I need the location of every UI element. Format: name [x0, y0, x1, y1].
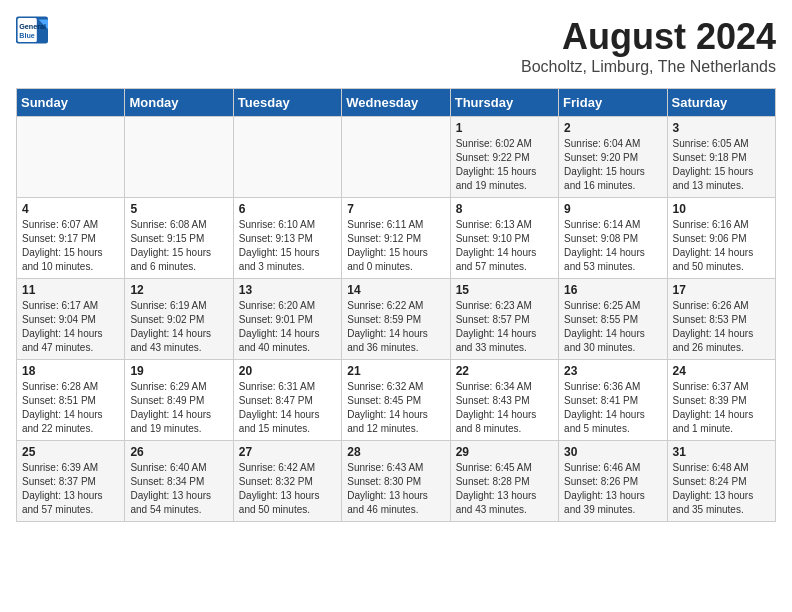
calendar-cell: 3Sunrise: 6:05 AM Sunset: 9:18 PM Daylig…	[667, 117, 775, 198]
calendar-cell: 8Sunrise: 6:13 AM Sunset: 9:10 PM Daylig…	[450, 198, 558, 279]
day-number: 2	[564, 121, 661, 135]
calendar-cell: 25Sunrise: 6:39 AM Sunset: 8:37 PM Dayli…	[17, 441, 125, 522]
day-info: Sunrise: 6:17 AM Sunset: 9:04 PM Dayligh…	[22, 299, 119, 355]
calendar-cell	[17, 117, 125, 198]
calendar-cell: 20Sunrise: 6:31 AM Sunset: 8:47 PM Dayli…	[233, 360, 341, 441]
calendar-cell: 21Sunrise: 6:32 AM Sunset: 8:45 PM Dayli…	[342, 360, 450, 441]
day-info: Sunrise: 6:05 AM Sunset: 9:18 PM Dayligh…	[673, 137, 770, 193]
day-info: Sunrise: 6:48 AM Sunset: 8:24 PM Dayligh…	[673, 461, 770, 517]
main-title: August 2024	[521, 16, 776, 58]
day-number: 26	[130, 445, 227, 459]
calendar-table: SundayMondayTuesdayWednesdayThursdayFrid…	[16, 88, 776, 522]
header-day-friday: Friday	[559, 89, 667, 117]
calendar-cell	[125, 117, 233, 198]
day-info: Sunrise: 6:42 AM Sunset: 8:32 PM Dayligh…	[239, 461, 336, 517]
subtitle: Bocholtz, Limburg, The Netherlands	[521, 58, 776, 76]
header-day-saturday: Saturday	[667, 89, 775, 117]
day-number: 6	[239, 202, 336, 216]
day-number: 14	[347, 283, 444, 297]
day-number: 30	[564, 445, 661, 459]
day-info: Sunrise: 6:13 AM Sunset: 9:10 PM Dayligh…	[456, 218, 553, 274]
week-row-4: 18Sunrise: 6:28 AM Sunset: 8:51 PM Dayli…	[17, 360, 776, 441]
week-row-3: 11Sunrise: 6:17 AM Sunset: 9:04 PM Dayli…	[17, 279, 776, 360]
day-info: Sunrise: 6:07 AM Sunset: 9:17 PM Dayligh…	[22, 218, 119, 274]
week-row-1: 1Sunrise: 6:02 AM Sunset: 9:22 PM Daylig…	[17, 117, 776, 198]
svg-text:Blue: Blue	[19, 31, 35, 40]
day-number: 4	[22, 202, 119, 216]
calendar-cell: 19Sunrise: 6:29 AM Sunset: 8:49 PM Dayli…	[125, 360, 233, 441]
day-info: Sunrise: 6:39 AM Sunset: 8:37 PM Dayligh…	[22, 461, 119, 517]
day-info: Sunrise: 6:22 AM Sunset: 8:59 PM Dayligh…	[347, 299, 444, 355]
calendar-cell: 30Sunrise: 6:46 AM Sunset: 8:26 PM Dayli…	[559, 441, 667, 522]
day-info: Sunrise: 6:16 AM Sunset: 9:06 PM Dayligh…	[673, 218, 770, 274]
calendar-cell: 24Sunrise: 6:37 AM Sunset: 8:39 PM Dayli…	[667, 360, 775, 441]
calendar-cell: 16Sunrise: 6:25 AM Sunset: 8:55 PM Dayli…	[559, 279, 667, 360]
logo-icon: General Blue	[16, 16, 48, 44]
day-number: 25	[22, 445, 119, 459]
day-info: Sunrise: 6:36 AM Sunset: 8:41 PM Dayligh…	[564, 380, 661, 436]
calendar-header: SundayMondayTuesdayWednesdayThursdayFrid…	[17, 89, 776, 117]
calendar-cell: 31Sunrise: 6:48 AM Sunset: 8:24 PM Dayli…	[667, 441, 775, 522]
day-info: Sunrise: 6:26 AM Sunset: 8:53 PM Dayligh…	[673, 299, 770, 355]
calendar-cell: 11Sunrise: 6:17 AM Sunset: 9:04 PM Dayli…	[17, 279, 125, 360]
day-number: 7	[347, 202, 444, 216]
calendar-cell: 2Sunrise: 6:04 AM Sunset: 9:20 PM Daylig…	[559, 117, 667, 198]
day-number: 27	[239, 445, 336, 459]
week-row-5: 25Sunrise: 6:39 AM Sunset: 8:37 PM Dayli…	[17, 441, 776, 522]
page-header: General Blue August 2024 Bocholtz, Limbu…	[16, 16, 776, 76]
calendar-cell	[342, 117, 450, 198]
day-info: Sunrise: 6:04 AM Sunset: 9:20 PM Dayligh…	[564, 137, 661, 193]
day-number: 9	[564, 202, 661, 216]
title-block: August 2024 Bocholtz, Limburg, The Nethe…	[521, 16, 776, 76]
header-day-tuesday: Tuesday	[233, 89, 341, 117]
calendar-cell: 13Sunrise: 6:20 AM Sunset: 9:01 PM Dayli…	[233, 279, 341, 360]
day-info: Sunrise: 6:10 AM Sunset: 9:13 PM Dayligh…	[239, 218, 336, 274]
day-info: Sunrise: 6:29 AM Sunset: 8:49 PM Dayligh…	[130, 380, 227, 436]
day-number: 8	[456, 202, 553, 216]
day-number: 13	[239, 283, 336, 297]
day-number: 1	[456, 121, 553, 135]
calendar-cell: 9Sunrise: 6:14 AM Sunset: 9:08 PM Daylig…	[559, 198, 667, 279]
day-info: Sunrise: 6:14 AM Sunset: 9:08 PM Dayligh…	[564, 218, 661, 274]
calendar-cell: 23Sunrise: 6:36 AM Sunset: 8:41 PM Dayli…	[559, 360, 667, 441]
days-of-week-row: SundayMondayTuesdayWednesdayThursdayFrid…	[17, 89, 776, 117]
day-number: 12	[130, 283, 227, 297]
header-day-monday: Monday	[125, 89, 233, 117]
header-day-thursday: Thursday	[450, 89, 558, 117]
day-info: Sunrise: 6:45 AM Sunset: 8:28 PM Dayligh…	[456, 461, 553, 517]
day-number: 3	[673, 121, 770, 135]
day-info: Sunrise: 6:40 AM Sunset: 8:34 PM Dayligh…	[130, 461, 227, 517]
calendar-cell: 17Sunrise: 6:26 AM Sunset: 8:53 PM Dayli…	[667, 279, 775, 360]
calendar-cell: 15Sunrise: 6:23 AM Sunset: 8:57 PM Dayli…	[450, 279, 558, 360]
calendar-cell: 26Sunrise: 6:40 AM Sunset: 8:34 PM Dayli…	[125, 441, 233, 522]
week-row-2: 4Sunrise: 6:07 AM Sunset: 9:17 PM Daylig…	[17, 198, 776, 279]
day-info: Sunrise: 6:37 AM Sunset: 8:39 PM Dayligh…	[673, 380, 770, 436]
day-number: 17	[673, 283, 770, 297]
day-info: Sunrise: 6:25 AM Sunset: 8:55 PM Dayligh…	[564, 299, 661, 355]
day-number: 22	[456, 364, 553, 378]
calendar-cell: 29Sunrise: 6:45 AM Sunset: 8:28 PM Dayli…	[450, 441, 558, 522]
day-info: Sunrise: 6:31 AM Sunset: 8:47 PM Dayligh…	[239, 380, 336, 436]
day-number: 31	[673, 445, 770, 459]
header-day-sunday: Sunday	[17, 89, 125, 117]
day-number: 15	[456, 283, 553, 297]
day-info: Sunrise: 6:23 AM Sunset: 8:57 PM Dayligh…	[456, 299, 553, 355]
day-number: 19	[130, 364, 227, 378]
day-info: Sunrise: 6:19 AM Sunset: 9:02 PM Dayligh…	[130, 299, 227, 355]
calendar-cell: 18Sunrise: 6:28 AM Sunset: 8:51 PM Dayli…	[17, 360, 125, 441]
day-number: 24	[673, 364, 770, 378]
day-info: Sunrise: 6:46 AM Sunset: 8:26 PM Dayligh…	[564, 461, 661, 517]
day-info: Sunrise: 6:11 AM Sunset: 9:12 PM Dayligh…	[347, 218, 444, 274]
day-info: Sunrise: 6:43 AM Sunset: 8:30 PM Dayligh…	[347, 461, 444, 517]
calendar-cell: 6Sunrise: 6:10 AM Sunset: 9:13 PM Daylig…	[233, 198, 341, 279]
logo: General Blue	[16, 16, 48, 44]
day-info: Sunrise: 6:02 AM Sunset: 9:22 PM Dayligh…	[456, 137, 553, 193]
calendar-cell: 22Sunrise: 6:34 AM Sunset: 8:43 PM Dayli…	[450, 360, 558, 441]
calendar-cell: 1Sunrise: 6:02 AM Sunset: 9:22 PM Daylig…	[450, 117, 558, 198]
day-info: Sunrise: 6:28 AM Sunset: 8:51 PM Dayligh…	[22, 380, 119, 436]
calendar-cell: 27Sunrise: 6:42 AM Sunset: 8:32 PM Dayli…	[233, 441, 341, 522]
calendar-cell: 14Sunrise: 6:22 AM Sunset: 8:59 PM Dayli…	[342, 279, 450, 360]
day-number: 28	[347, 445, 444, 459]
day-number: 18	[22, 364, 119, 378]
calendar-cell	[233, 117, 341, 198]
